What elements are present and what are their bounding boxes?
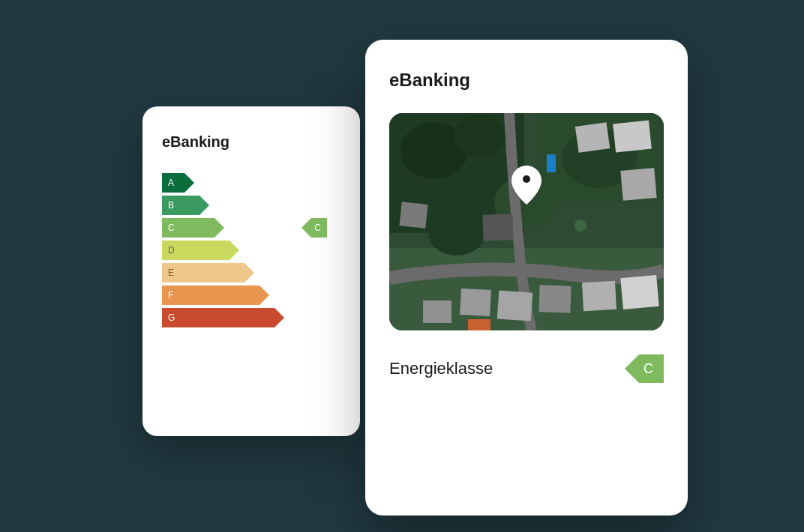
energy-class-scale: A B C C D E F G <box>162 173 340 327</box>
map-pin-icon <box>512 166 542 205</box>
energy-class-card: eBanking A B C C D E F G <box>142 106 360 436</box>
svg-rect-14 <box>497 291 533 321</box>
aerial-map[interactable] <box>389 113 664 330</box>
energy-bar-b: B <box>162 196 200 215</box>
energy-row-b: B <box>162 196 340 215</box>
energy-row-a: A <box>162 173 340 193</box>
svg-rect-20 <box>482 214 513 241</box>
svg-rect-13 <box>460 288 491 316</box>
svg-rect-16 <box>582 281 616 311</box>
energy-row-d: D <box>162 241 340 260</box>
property-map-card: eBanking <box>365 40 688 516</box>
svg-rect-15 <box>538 285 571 312</box>
svg-point-5 <box>453 115 506 157</box>
energy-result-row: Energieklasse C <box>389 354 664 383</box>
energy-bar-d: D <box>162 241 230 260</box>
svg-rect-9 <box>575 122 610 153</box>
svg-rect-19 <box>399 202 428 228</box>
svg-point-23 <box>523 175 530 183</box>
energy-bar-c: C <box>162 218 214 238</box>
energy-bar-g: G <box>162 308 274 327</box>
energy-bar-e: E <box>162 263 244 282</box>
card-back-title: eBanking <box>162 133 340 151</box>
svg-rect-11 <box>547 154 556 172</box>
energy-indicator-current: C <box>311 218 327 238</box>
energy-bar-f: F <box>162 285 260 305</box>
svg-rect-18 <box>423 300 452 323</box>
energy-result-label: Energieklasse <box>389 359 493 378</box>
energy-row-g: G <box>162 308 340 327</box>
energy-row-c: C C <box>162 218 340 238</box>
energy-row-e: E <box>162 263 340 282</box>
svg-rect-12 <box>620 168 656 201</box>
svg-rect-10 <box>613 121 652 153</box>
energy-bar-a: A <box>162 173 184 193</box>
svg-point-22 <box>574 220 586 232</box>
map-aerial-view <box>389 113 664 330</box>
svg-rect-21 <box>468 319 490 330</box>
energy-row-f: F <box>162 285 340 305</box>
svg-point-8 <box>428 211 485 256</box>
svg-rect-17 <box>620 275 658 309</box>
energy-class-badge: C <box>639 354 664 383</box>
card-front-title: eBanking <box>389 70 664 91</box>
